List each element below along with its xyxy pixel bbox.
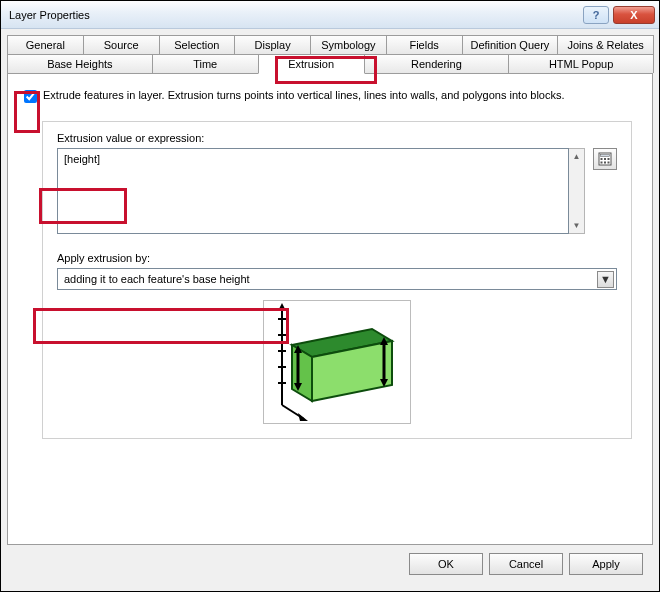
tab-source[interactable]: Source bbox=[83, 35, 160, 54]
dialog-buttons: OK Cancel Apply bbox=[7, 545, 653, 585]
tab-display[interactable]: Display bbox=[234, 35, 311, 54]
extrude-option-row: Extrude features in layer. Extrusion tur… bbox=[24, 88, 636, 103]
tab-container: General Source Selection Display Symbolo… bbox=[7, 35, 653, 545]
extrusion-preview bbox=[263, 300, 411, 424]
help-button[interactable]: ? bbox=[583, 6, 609, 24]
expression-textarea[interactable]: [height] bbox=[57, 148, 569, 234]
dialog-window: Layer Properties ? X General Source Sele… bbox=[0, 0, 660, 592]
apply-by-value: adding it to each feature's base height bbox=[64, 273, 250, 285]
svg-marker-10 bbox=[278, 303, 286, 311]
help-icon: ? bbox=[593, 9, 600, 21]
tab-rendering[interactable]: Rendering bbox=[364, 54, 510, 73]
tab-page-extrusion: Extrude features in layer. Extrusion tur… bbox=[7, 73, 653, 545]
extrusion-settings-group: Extrusion value or expression: [height] … bbox=[42, 121, 632, 439]
cancel-button[interactable]: Cancel bbox=[489, 553, 563, 575]
svg-rect-5 bbox=[601, 162, 603, 164]
scroll-up-icon: ▲ bbox=[569, 149, 584, 164]
extrusion-preview-icon bbox=[264, 301, 410, 423]
tab-definition-query[interactable]: Definition Query bbox=[462, 35, 559, 54]
tab-row-2: Base Heights Time Extrusion Rendering HT… bbox=[7, 54, 653, 73]
tab-extrusion[interactable]: Extrusion bbox=[258, 54, 365, 74]
svg-rect-7 bbox=[608, 162, 610, 164]
extrude-checkbox[interactable] bbox=[24, 90, 37, 103]
tab-symbology[interactable]: Symbology bbox=[310, 35, 387, 54]
scroll-down-icon: ▼ bbox=[569, 218, 584, 233]
expression-row: [height] ▲ ▼ bbox=[57, 148, 617, 234]
svg-rect-1 bbox=[601, 155, 610, 157]
close-button[interactable]: X bbox=[613, 6, 655, 24]
svg-rect-2 bbox=[601, 158, 603, 160]
expression-label: Extrusion value or expression: bbox=[57, 132, 617, 144]
close-icon: X bbox=[630, 9, 637, 21]
calculator-icon bbox=[598, 152, 612, 166]
content-area: General Source Selection Display Symbolo… bbox=[1, 29, 659, 591]
svg-rect-3 bbox=[604, 158, 606, 160]
svg-marker-11 bbox=[298, 413, 308, 421]
apply-by-label: Apply extrusion by: bbox=[57, 252, 617, 264]
svg-rect-4 bbox=[608, 158, 610, 160]
tab-joins-relates[interactable]: Joins & Relates bbox=[557, 35, 654, 54]
tab-time[interactable]: Time bbox=[152, 54, 259, 73]
ok-button[interactable]: OK bbox=[409, 553, 483, 575]
svg-rect-6 bbox=[604, 162, 606, 164]
tab-fields[interactable]: Fields bbox=[386, 35, 463, 54]
chevron-down-icon: ▼ bbox=[597, 271, 614, 288]
expression-scrollbar[interactable]: ▲ ▼ bbox=[569, 148, 585, 234]
tab-row-1: General Source Selection Display Symbolo… bbox=[7, 35, 653, 54]
window-title: Layer Properties bbox=[9, 9, 579, 21]
tab-selection[interactable]: Selection bbox=[159, 35, 236, 54]
tab-html-popup[interactable]: HTML Popup bbox=[508, 54, 654, 73]
expression-builder-button[interactable] bbox=[593, 148, 617, 170]
titlebar: Layer Properties ? X bbox=[1, 1, 659, 29]
apply-by-combobox[interactable]: adding it to each feature's base height … bbox=[57, 268, 617, 290]
tab-general[interactable]: General bbox=[7, 35, 84, 54]
extrude-checkbox-label: Extrude features in layer. Extrusion tur… bbox=[43, 88, 565, 103]
tab-base-heights[interactable]: Base Heights bbox=[7, 54, 153, 73]
expression-value: [height] bbox=[64, 153, 100, 165]
apply-button[interactable]: Apply bbox=[569, 553, 643, 575]
